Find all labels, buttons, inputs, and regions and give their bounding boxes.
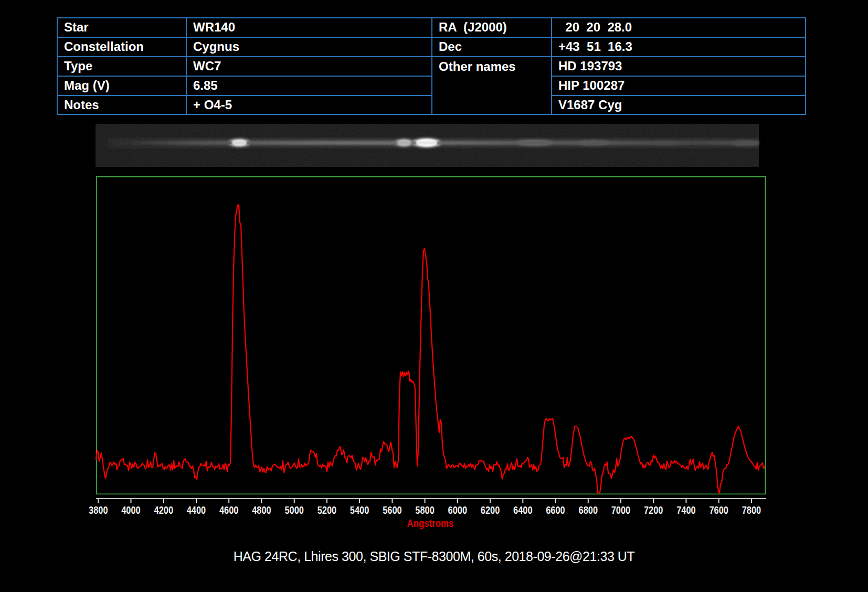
svg-text:6800: 6800 xyxy=(579,504,598,516)
svg-text:7200: 7200 xyxy=(644,504,663,516)
svg-text:4600: 4600 xyxy=(219,504,239,516)
svg-text:6400: 6400 xyxy=(513,504,533,516)
svg-text:7600: 7600 xyxy=(709,504,728,516)
svg-text:6000: 6000 xyxy=(448,504,468,516)
svg-text:6600: 6600 xyxy=(546,504,565,516)
svg-text:4800: 4800 xyxy=(252,504,271,516)
svg-text:5800: 5800 xyxy=(415,504,435,516)
svg-text:5200: 5200 xyxy=(317,504,337,516)
svg-text:4000: 4000 xyxy=(121,504,141,516)
svg-text:7000: 7000 xyxy=(611,504,631,516)
svg-text:5600: 5600 xyxy=(383,504,402,516)
svg-text:Angstroms: Angstroms xyxy=(407,517,454,529)
svg-text:5000: 5000 xyxy=(284,504,304,516)
svg-text:3800: 3800 xyxy=(89,504,108,516)
svg-text:4400: 4400 xyxy=(187,504,206,516)
svg-text:7800: 7800 xyxy=(742,504,761,516)
svg-text:6200: 6200 xyxy=(481,504,500,516)
svg-text:4200: 4200 xyxy=(154,504,174,516)
svg-text:7400: 7400 xyxy=(676,504,696,516)
svg-text:5400: 5400 xyxy=(350,504,369,516)
